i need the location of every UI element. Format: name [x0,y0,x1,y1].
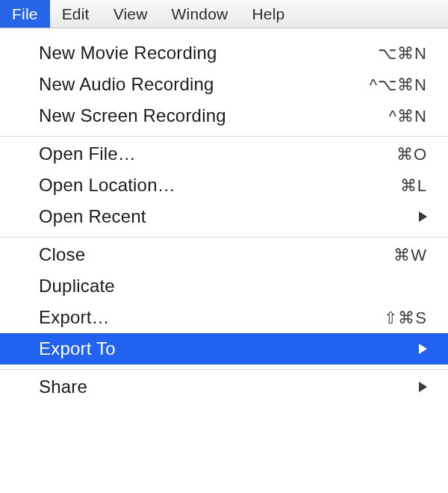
menu-item-label: Share [39,373,410,400]
menu-item-label: Export… [39,304,360,331]
menubar-item-label: Window [172,5,228,23]
menu-item-shortcut: ⌥⌘N [360,41,427,66]
menu-item-label: Export To [39,335,410,362]
menu-item-share[interactable]: Share [0,371,448,403]
menu-section: New Movie Recording ⌥⌘N New Audio Record… [0,36,448,137]
menubar-item-label: File [12,5,38,23]
menu-item-label: Open File… [39,140,360,167]
menu-item-close[interactable]: Close ⌘W [0,239,448,270]
menu-section: Open File… ⌘O Open Location… ⌘L Open Rec… [0,137,448,238]
menubar-item-help[interactable]: Help [240,0,296,28]
menu-item-shortcut: ⌘W [360,243,427,267]
menu-section: Share [0,370,448,407]
menu-item-shortcut: ⇧⌘S [360,306,427,330]
menu-item-new-screen-recording[interactable]: New Screen Recording ^⌘N [0,100,448,131]
menu-item-shortcut: ^⌘N [360,104,427,128]
submenu-arrow-icon [419,344,427,354]
menubar-item-label: Help [252,5,284,23]
menu-item-shortcut: ⌘O [360,142,427,167]
file-dropdown-menu: New Movie Recording ⌥⌘N New Audio Record… [0,28,448,407]
menubar-item-label: Edit [62,5,90,23]
menu-item-label: New Audio Recording [39,71,360,98]
menubar-item-file[interactable]: File [0,0,50,28]
menubar-item-label: View [113,5,148,23]
menu-section: Close ⌘W Duplicate Export… ⇧⌘S Export To [0,238,448,370]
submenu-arrow-icon [419,211,427,222]
submenu-arrow-icon [419,382,427,392]
menu-item-label: New Movie Recording [39,40,360,66]
menu-item-new-movie-recording[interactable]: New Movie Recording ⌥⌘N [0,37,448,69]
menu-item-label: Open Location… [39,172,360,199]
menubar-item-view[interactable]: View [102,0,160,28]
menu-item-label: Open Recent [39,203,410,230]
menubar: File Edit View Window Help [0,0,448,28]
menu-item-label: Close [39,241,360,268]
menu-item-new-audio-recording[interactable]: New Audio Recording ^⌥⌘N [0,69,448,100]
menu-item-shortcut: ^⌥⌘N [360,72,427,97]
menu-item-shortcut: ⌘L [360,173,427,198]
menu-item-open-recent[interactable]: Open Recent [0,201,448,232]
menu-item-export[interactable]: Export… ⇧⌘S [0,302,448,333]
menu-item-open-location[interactable]: Open Location… ⌘L [0,170,448,201]
menubar-item-edit[interactable]: Edit [50,0,102,28]
menu-item-duplicate[interactable]: Duplicate [0,270,448,302]
menu-item-label: New Screen Recording [39,102,360,129]
menu-item-export-to[interactable]: Export To [0,333,448,365]
menu-item-label: Duplicate [39,273,427,300]
menu-item-open-file[interactable]: Open File… ⌘O [0,138,448,170]
menubar-item-window[interactable]: Window [160,0,240,28]
